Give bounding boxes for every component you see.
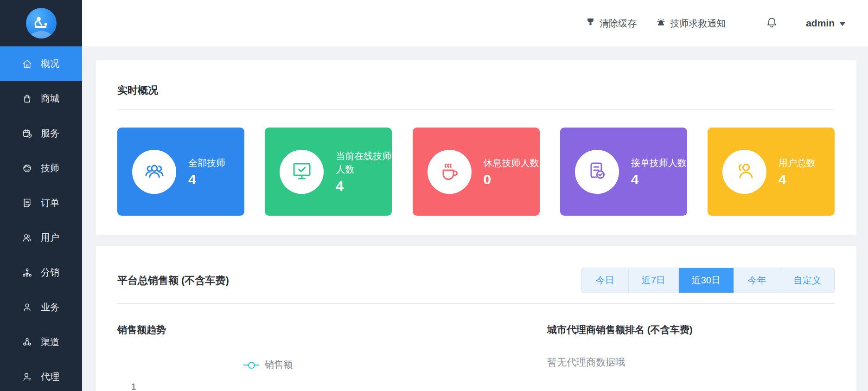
sidebar-item-label: 服务 [41, 127, 59, 140]
sidebar-item-label: 技师 [41, 162, 59, 174]
sales-body: 销售额趋势 销售额 1 城市代理商销售额排名 (不含车费) 暂无代理商数据哦 [117, 304, 835, 369]
tab-last-30-days[interactable]: 近30日 [678, 268, 734, 293]
card-label: 用户总数 [779, 156, 835, 170]
massage-logo-icon [26, 8, 57, 38]
username-label: admin [806, 18, 835, 29]
sos-notice-button[interactable]: 技师求救通知 [656, 17, 726, 30]
tab-this-year[interactable]: 今年 [734, 268, 780, 293]
agent-person-icon [21, 372, 32, 383]
sos-notice-label: 技师求救通知 [670, 17, 726, 30]
card-label: 全部技师 [188, 156, 244, 170]
clear-cache-label: 清除缓存 [600, 17, 637, 30]
y-axis-tick-label: 1 [131, 382, 136, 391]
notification-bell-button[interactable] [766, 16, 778, 31]
card-value: 0 [484, 172, 540, 187]
topbar: 清除缓存 技师求救通知 admin [82, 0, 868, 46]
stat-card-working-technicians: 接单技师人数 4 [560, 128, 687, 216]
card-icon-circle [722, 150, 766, 194]
sidebar-item-service[interactable]: 服务 [0, 116, 82, 151]
stat-card-total-users: 用户总数 4 [708, 128, 835, 216]
sidebar-item-label: 渠道 [41, 336, 59, 348]
sales-title: 平台总销售额 (不含车费) [117, 274, 229, 288]
sales-panel: 平台总销售额 (不含车费) 今日 近7日 近30日 今年 自定义 销售额趋势 销… [96, 246, 856, 391]
card-icon-circle [428, 150, 472, 194]
sales-panel-header: 平台总销售额 (不含车费) 今日 近7日 近30日 今年 自定义 [117, 268, 835, 293]
card-label: 当前在线技师人数 [336, 149, 392, 176]
card-value: 4 [779, 172, 835, 187]
caret-down-icon [839, 22, 846, 26]
divider [117, 109, 835, 110]
card-meta: 全部技师 4 [188, 156, 244, 187]
card-icon-circle [280, 150, 324, 194]
ranking-empty-message: 暂无代理商数据哦 [547, 356, 835, 369]
sidebar-item-label: 分销 [41, 266, 59, 279]
tab-custom-range[interactable]: 自定义 [780, 268, 834, 293]
sidebar-item-label: 商城 [41, 92, 59, 105]
order-clipboard-icon [586, 160, 608, 184]
card-meta: 接单技师人数 4 [631, 156, 687, 187]
main-content: 实时概况 全部技师 4 [82, 46, 868, 391]
stat-card-online-technicians: 当前在线技师人数 4 [265, 128, 392, 216]
technicians-group-icon [143, 160, 166, 184]
tab-last-7-days[interactable]: 近7日 [628, 268, 678, 293]
document-icon [21, 198, 32, 209]
sidebar-item-label: 订单 [41, 197, 59, 209]
card-meta: 用户总数 4 [779, 156, 835, 187]
users-icon [21, 232, 32, 244]
sidebar-item-label: 业务 [41, 301, 59, 314]
card-icon-circle [575, 150, 619, 194]
sidebar-item-mall[interactable]: 商城 [0, 81, 82, 116]
shopping-bag-icon [21, 93, 32, 104]
bell-icon [766, 16, 778, 31]
technician-face-icon [21, 163, 32, 174]
card-value: 4 [631, 172, 687, 187]
tab-today[interactable]: 今日 [582, 268, 628, 293]
sidebar-item-label: 概况 [41, 58, 59, 70]
sidebar-item-overview[interactable]: 概况 [0, 46, 82, 81]
sidebar-nav: 概况 商城 服务 技师 订单 [0, 46, 82, 391]
card-meta: 当前在线技师人数 4 [336, 149, 392, 194]
sales-trend-chart: 销售额趋势 销售额 1 [117, 304, 547, 369]
card-label: 休息技师人数 [484, 156, 540, 170]
sidebar-item-distribution[interactable]: 分销 [0, 255, 82, 290]
card-meta: 休息技师人数 0 [484, 156, 540, 187]
sidebar-item-label: 用户 [41, 231, 59, 244]
legend-label: 销售额 [265, 359, 293, 371]
line-series-legend-icon [243, 362, 259, 368]
calendar-clock-icon [21, 128, 32, 139]
users-total-icon [734, 160, 756, 184]
siren-icon [656, 17, 666, 29]
sidebar-item-channel[interactable]: 渠道 [0, 325, 82, 359]
app-logo [0, 0, 82, 46]
share-nodes-icon [21, 337, 32, 348]
chart-legend-item[interactable]: 销售额 [243, 359, 293, 371]
overview-title: 实时概况 [117, 83, 835, 97]
person-icon [21, 302, 32, 313]
card-value: 4 [336, 178, 392, 194]
clear-cache-button[interactable]: 清除缓存 [586, 17, 637, 30]
sidebar-item-user[interactable]: 用户 [0, 220, 82, 255]
home-icon [21, 58, 32, 70]
stat-cards: 全部技师 4 当前在线技师人数 4 [117, 128, 835, 216]
sidebar-item-label: 代理 [41, 371, 59, 383]
sidebar-item-agent[interactable]: 代理 [0, 359, 82, 391]
ranking-title: 城市代理商销售额排名 (不含车费) [547, 323, 835, 336]
user-menu[interactable]: admin [806, 18, 846, 29]
online-monitor-icon [291, 160, 313, 184]
card-label: 接单技师人数 [631, 156, 687, 170]
trend-title: 销售额趋势 [117, 323, 547, 336]
brush-icon [586, 17, 595, 29]
agent-ranking-section: 城市代理商销售额排名 (不含车费) 暂无代理商数据哦 [547, 304, 835, 369]
network-tree-icon [21, 267, 32, 278]
date-range-tabs: 今日 近7日 近30日 今年 自定义 [581, 268, 835, 293]
sidebar-item-technician[interactable]: 技师 [0, 151, 82, 186]
realtime-overview-panel: 实时概况 全部技师 4 [96, 60, 856, 235]
stat-card-resting-technicians: 休息技师人数 0 [413, 128, 540, 216]
rest-coffee-icon [438, 160, 460, 184]
stat-card-all-technicians: 全部技师 4 [117, 128, 244, 216]
sidebar-item-order[interactable]: 订单 [0, 186, 82, 220]
card-value: 4 [188, 172, 244, 187]
sidebar: 概况 商城 服务 技师 订单 [0, 0, 82, 391]
sidebar-item-business[interactable]: 业务 [0, 290, 82, 325]
card-icon-circle [132, 150, 176, 194]
